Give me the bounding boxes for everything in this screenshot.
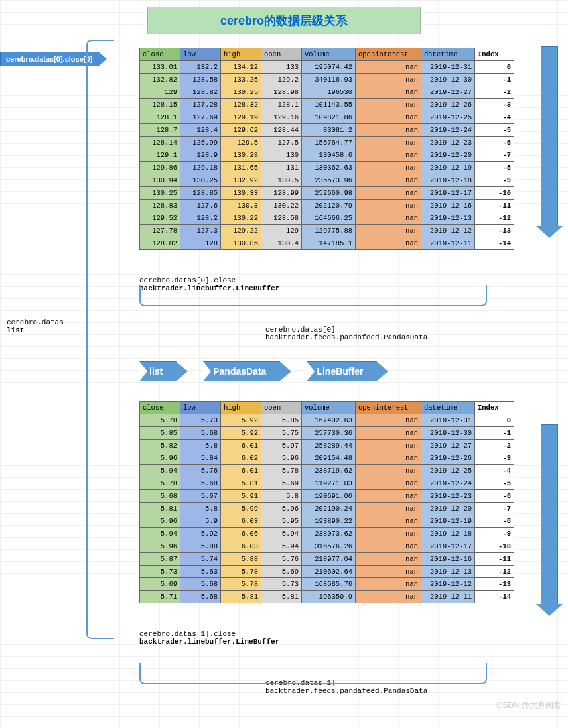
cell-oi: nan: [356, 452, 421, 465]
header-index: Index: [475, 402, 514, 414]
cell-low: 127.6: [180, 200, 221, 212]
cell-close: 5.78: [140, 477, 180, 490]
header-close: close: [140, 402, 180, 414]
cell-idx: -2: [475, 86, 514, 99]
cell-high: 5.81: [221, 591, 261, 603]
cell-idx: -14: [475, 237, 514, 250]
cell-oi: nan: [356, 124, 421, 137]
header-high: high: [221, 402, 261, 414]
cell-low: 5.68: [180, 591, 221, 603]
cell-low: 5.67: [180, 490, 221, 503]
cell-close: 129: [140, 86, 180, 99]
table-row: 128.14126.99129.5127.5156764.77nan2019-1…: [140, 137, 514, 149]
cell-dt: 2019-12-30: [421, 74, 475, 86]
cell-dt: 2019-12-27: [421, 86, 475, 99]
cell-close: 5.73: [140, 566, 180, 578]
cell-volume: 238073.62: [302, 528, 356, 540]
cell-dt: 2019-12-13: [421, 212, 475, 225]
table-row: 129.86129.18131.65131130362.63nan2019-12…: [140, 162, 514, 174]
header-volume: volume: [302, 48, 356, 61]
data-table-0: close low high open volume openinterest …: [139, 48, 514, 250]
cell-close: 5.96: [140, 515, 180, 528]
cell-close: 5.81: [140, 503, 180, 515]
cell-oi: nan: [356, 477, 421, 490]
cell-volume: 109821.86: [302, 111, 356, 124]
table-row: 5.825.86.015.97258289.44nan2019-12-27-2: [140, 440, 514, 452]
cell-open: 128.44: [261, 124, 302, 137]
cell-low: 132.2: [180, 61, 221, 74]
cell-idx: 0: [475, 61, 514, 74]
cell-volume: 202190.24: [302, 503, 356, 515]
cell-idx: -11: [475, 553, 514, 566]
header-high: high: [221, 48, 261, 61]
table-row: 5.685.675.915.8190691.06nan2019-12-23-6: [140, 490, 514, 503]
cell-oi: nan: [356, 212, 421, 225]
cell-low: 5.8: [180, 440, 221, 452]
cell-volume: 156764.77: [302, 137, 356, 149]
cell-low: 5.8: [180, 503, 221, 515]
cell-close: 128.1: [140, 111, 180, 124]
cell-low: 128.2: [180, 212, 221, 225]
cell-dt: 2019-12-25: [421, 111, 475, 124]
cell-oi: nan: [356, 237, 421, 250]
cell-volume: 130458.6: [302, 149, 356, 162]
cell-low: 5.63: [180, 566, 221, 578]
header-low: low: [180, 402, 221, 414]
cell-dt: 2019-12-27: [421, 440, 475, 452]
cell-high: 5.92: [221, 414, 261, 427]
cell-close: 5.82: [140, 440, 180, 452]
cell-dt: 2019-12-20: [421, 149, 475, 162]
cell-dt: 2019-12-23: [421, 137, 475, 149]
table-row: 5.965.886.035.94316576.26nan2019-12-17-1…: [140, 540, 514, 553]
cell-oi: nan: [356, 553, 421, 566]
cell-open: 5.96: [261, 503, 302, 515]
cell-low: 5.76: [180, 465, 221, 477]
cell-close: 132.82: [140, 74, 180, 86]
cell-close: 128.15: [140, 99, 180, 111]
table-row: 128.7128.4129.62128.4483081.2nan2019-12-…: [140, 124, 514, 137]
cell-volume: 190691.06: [302, 490, 356, 503]
cell-idx: -12: [475, 566, 514, 578]
cell-idx: -8: [475, 162, 514, 174]
cell-volume: 252660.98: [302, 187, 356, 200]
cell-low: 5.88: [180, 540, 221, 553]
table-row: 133.01132.2134.12133195074.42nan2019-12-…: [140, 61, 514, 74]
cell-oi: nan: [356, 99, 421, 111]
cell-volume: 257730.36: [302, 427, 356, 440]
cell-dt: 2019-12-18: [421, 528, 475, 540]
cell-idx: -10: [475, 540, 514, 553]
cell-volume: 195074.42: [302, 61, 356, 74]
table-row: 5.735.635.785.69210602.64nan2019-12-13-1…: [140, 566, 514, 578]
cell-open: 5.97: [261, 440, 302, 452]
header-datetime: datetime: [421, 402, 475, 414]
cell-open: 129.2: [261, 74, 302, 86]
cell-close: 5.94: [140, 528, 180, 540]
header-open: open: [261, 48, 302, 61]
cell-high: 129.5: [221, 137, 261, 149]
cell-idx: -13: [475, 225, 514, 237]
cell-dt: 2019-12-31: [421, 414, 475, 427]
table-row: 5.815.85.995.96202190.24nan2019-12-20-7: [140, 503, 514, 515]
cell-oi: nan: [356, 566, 421, 578]
cell-low: 5.73: [180, 414, 221, 427]
cell-open: 5.96: [261, 452, 302, 465]
cell-dt: 2019-12-17: [421, 187, 475, 200]
cell-open: 128.1: [261, 99, 302, 111]
cell-oi: nan: [356, 225, 421, 237]
cell-dt: 2019-12-12: [421, 225, 475, 237]
table-row: 129128.82130.25128.98196530nan2019-12-27…: [140, 86, 514, 99]
cell-volume: 316576.26: [302, 540, 356, 553]
cell-dt: 2019-12-19: [421, 162, 475, 174]
cell-volume: 238719.62: [302, 465, 356, 477]
table-row: 128.83127.6130.3130.22202120.79nan2019-1…: [140, 200, 514, 212]
brace-icon: [139, 663, 487, 684]
cell-low: 5.9: [180, 515, 221, 528]
table-row: 129.1128.9130.28130130458.6nan2019-12-20…: [140, 149, 514, 162]
table-row: 5.945.766.015.78238719.62nan2019-12-25-4: [140, 465, 514, 477]
cell-oi: nan: [356, 174, 421, 187]
cell-low: 126.99: [180, 137, 221, 149]
table-row: 132.82128.58133.25129.2340116.93nan2019-…: [140, 74, 514, 86]
cell-high: 129.22: [221, 225, 261, 237]
cell-dt: 2019-12-16: [421, 200, 475, 212]
cell-close: 127.78: [140, 225, 180, 237]
